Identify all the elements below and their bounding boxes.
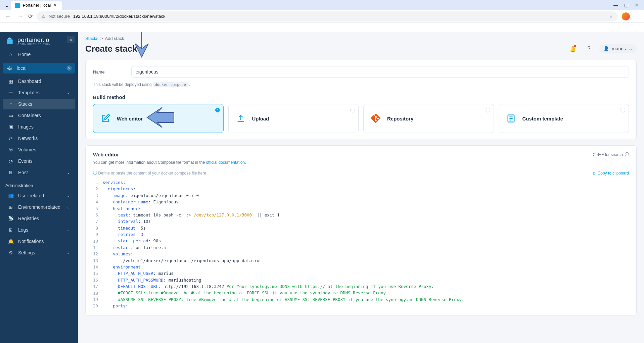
close-window-icon[interactable]: ✕ [635,2,639,8]
user-menu[interactable]: 👤 marius ⌄ [599,44,637,53]
breadcrumb-root-link[interactable]: Stacks [85,36,98,41]
browser-menu-icon[interactable]: ⋮ [634,13,640,20]
browser-tab[interactable]: Portainer | local ✕ [11,1,62,10]
method-label: Repository [387,116,413,121]
build-method-repository[interactable]: Repository [363,104,494,133]
build-method-custom-template[interactable]: Custom template [499,104,629,133]
env-icon: ⊞ [8,204,13,210]
annotation-arrow-2 [144,106,177,129]
build-method-web-editor[interactable]: Web editor [93,104,224,133]
stacks-icon: ≡ [8,101,13,107]
build-method-upload[interactable]: Upload [228,104,359,133]
copy-icon: ⧉ [593,171,596,176]
sidebar-label: Notifications [18,239,44,244]
sidebar-environment[interactable]: 🐳 local ✕ [3,63,75,74]
sidebar-item-stacks[interactable]: ≡Stacks [3,99,75,109]
sidebar-item-events[interactable]: ◔Events [3,156,75,166]
sidebar-label: Logs [18,227,28,233]
breadcrumb-separator: > [100,36,103,41]
brand-name: portainer.io [17,37,51,43]
method-label: Upload [252,116,269,121]
sidebar-item-registries[interactable]: 📡Registries [3,213,75,224]
sidebar-label: Networks [18,136,38,141]
minimize-icon[interactable]: — [613,2,618,8]
chevron-down-icon: ⌄ [67,194,70,198]
sidebar-item-containers[interactable]: ▭Containers [3,110,75,121]
docker-icon: 🐳 [7,65,12,71]
browser-toolbar: ← → ⟳ ⚠ Not secure 192.168.1.18:9000/#!/… [0,10,644,23]
maximize-icon[interactable]: ▢ [624,2,629,8]
code-content[interactable]: services: eigenfocus: image: eigenfocus/… [103,179,464,309]
sidebar-item-notifications[interactable]: 🔔Notifications [3,236,75,247]
help-button[interactable]: ? [583,43,595,54]
stack-name-input[interactable] [131,66,629,78]
browser-tab-strip: ⌄ Portainer | local ✕ — ▢ ✕ [0,0,644,10]
dashboard-icon: ▦ [8,79,13,84]
sidebar-item-dashboard[interactable]: ▦Dashboard [3,76,75,87]
containers-icon: ▭ [8,113,13,118]
notifications-button[interactable]: 🔔 [567,43,579,54]
profile-avatar[interactable] [622,12,630,20]
images-icon: ▣ [8,124,13,130]
volumes-icon: ⛁ [8,147,13,152]
brand[interactable]: portainer.io COMMUNITY EDITION [0,32,78,49]
help-icon[interactable]: ⓘ [625,152,629,157]
main-content: Stacks > Add stack Create stack ⟳ 🔔 ? 👤 … [78,32,644,343]
deploy-hint: This stack will be deployed using docker… [93,82,629,87]
chevron-down-icon: ⌄ [67,251,70,255]
sidebar-item-volumes[interactable]: ⛁Volumes [3,144,75,155]
editor-placeholder: Define or paste the content of your dock… [98,171,206,176]
users-icon: 👥 [8,193,13,198]
not-secure-label: Not secure [49,14,70,19]
sidebar-item-images[interactable]: ▣Images [3,121,75,132]
method-label: Custom template [522,116,563,121]
search-hint: Ctrl+F for search ⓘ [593,152,629,157]
sidebar-item-environment-related[interactable]: ⊞Environment-related⌄ [3,202,75,212]
address-bar[interactable]: ⚠ Not secure 192.168.1.18:9000/#!/2/dock… [37,11,618,21]
sidebar-item-settings[interactable]: ⚙Settings⌄ [3,247,75,258]
edit-icon [99,112,111,125]
sidebar-label: Images [18,124,34,130]
sidebar-item-home[interactable]: ⌂ Home [3,49,75,60]
collapse-sidebar-button[interactable]: « [67,36,75,43]
breadcrumb: Stacks > Add stack [85,36,637,41]
reload-icon[interactable]: ⟳ [28,13,33,19]
sidebar-label: Host [18,170,28,175]
radio-icon [486,108,490,112]
close-env-icon[interactable]: ✕ [66,65,72,71]
copy-label: Copy to clipboard [598,171,629,176]
sidebar-item-networks[interactable]: ⇄Networks [3,133,75,144]
line-gutter: 1234567891011121314151617181920 [93,179,103,309]
tab-list-dropdown[interactable]: ⌄ [3,1,11,9]
method-label: Web editor [117,116,143,121]
sidebar-label: User-related [18,193,44,198]
sidebar-item-host[interactable]: 🖥Host⌄ [3,167,75,178]
refresh-icon[interactable]: ⟳ [141,45,146,52]
brand-edition: COMMUNITY EDITION [17,43,51,45]
sidebar-item-logs[interactable]: 🗎Logs⌄ [3,225,75,235]
networks-icon: ⇄ [8,136,13,141]
templates-icon: ☰ [8,90,13,95]
back-icon[interactable]: ← [4,13,12,20]
sidebar-label: Settings [18,250,35,255]
chevron-down-icon: ⌄ [629,46,633,51]
copy-to-clipboard-button[interactable]: ⧉ Copy to clipboard [593,171,629,176]
template-icon [505,112,517,125]
forward-icon[interactable]: → [16,13,24,20]
bookmark-star-icon[interactable]: ☆ [609,14,613,19]
sidebar-item-templates[interactable]: ☰Templates⌄ [3,87,75,98]
code-editor[interactable]: 1234567891011121314151617181920 services… [93,179,629,309]
url-text: 192.168.1.18:9000/#!/2/docker/stacks/new… [73,14,166,19]
close-tab-icon[interactable]: ✕ [53,3,58,8]
env-label: local [17,65,27,71]
sidebar-label: Containers [18,113,41,118]
upload-icon [235,112,247,125]
sidebar-item-user-related[interactable]: 👥User-related⌄ [3,190,75,201]
user-icon: 👤 [603,46,609,51]
sidebar-label: Templates [18,90,40,95]
sidebar-label: Home [18,52,31,57]
official-docs-link[interactable]: official documentation [206,160,245,165]
sidebar-label: Volumes [18,147,36,152]
not-secure-icon: ⚠ [41,14,45,19]
gear-icon: ⚙ [8,250,13,255]
